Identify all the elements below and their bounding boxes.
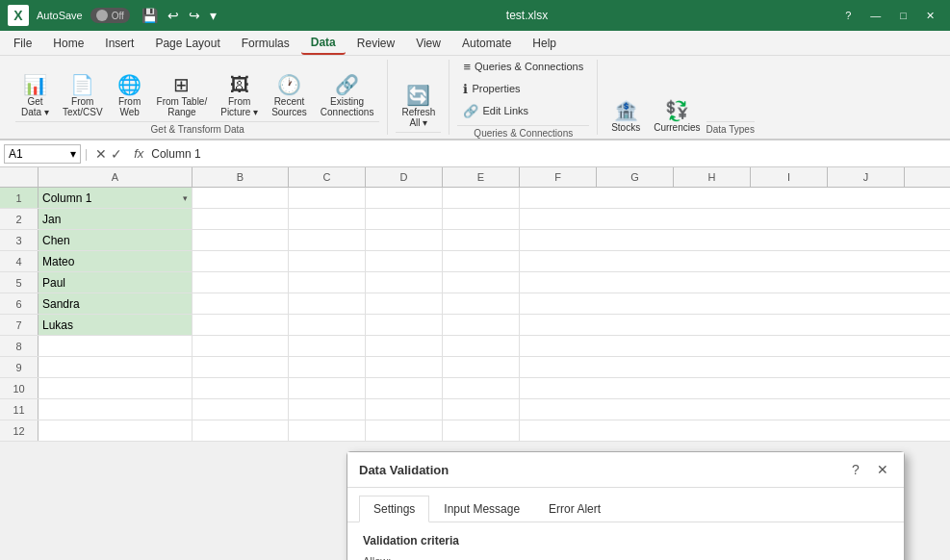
cell-b4[interactable] bbox=[193, 251, 289, 271]
table-row: 7 Lukas bbox=[0, 315, 950, 336]
cell-c3[interactable] bbox=[289, 230, 366, 250]
tab-settings[interactable]: Settings bbox=[359, 496, 429, 522]
menu-item-formulas[interactable]: Formulas bbox=[232, 33, 299, 54]
close-icon[interactable]: ✕ bbox=[918, 6, 942, 26]
table-row: 9 bbox=[0, 357, 950, 378]
cell-a2[interactable]: Jan bbox=[39, 209, 193, 229]
existing-connections-button[interactable]: 🔗 ExistingConnections bbox=[315, 73, 380, 119]
cell-e1[interactable] bbox=[443, 188, 520, 208]
row-number-5: 5 bbox=[0, 272, 39, 293]
cell-d2[interactable] bbox=[366, 209, 443, 229]
get-data-label: GetData ▾ bbox=[21, 96, 49, 117]
allow-label: Allow: bbox=[363, 555, 888, 560]
cell-c7[interactable] bbox=[289, 315, 366, 335]
fx-icon[interactable]: fx bbox=[130, 146, 147, 161]
cancel-formula-icon[interactable]: ✕ bbox=[95, 146, 107, 162]
queries-connections-button[interactable]: ≡ Queries & Connections bbox=[457, 57, 589, 77]
properties-label: Properties bbox=[472, 83, 520, 94]
redo-icon[interactable]: ↪ bbox=[189, 8, 200, 23]
cell-e2[interactable] bbox=[443, 209, 520, 229]
menu-item-file[interactable]: File bbox=[4, 33, 41, 54]
cell-c5[interactable] bbox=[289, 272, 366, 293]
cell-b7[interactable] bbox=[193, 315, 289, 335]
window-controls: ? — □ ✕ bbox=[837, 6, 942, 26]
stocks-icon: 🏦 bbox=[614, 101, 638, 120]
maximize-icon[interactable]: □ bbox=[892, 6, 914, 26]
minimize-icon[interactable]: — bbox=[862, 6, 888, 26]
menu-item-insert[interactable]: Insert bbox=[95, 33, 143, 54]
cell-a5[interactable]: Paul bbox=[39, 272, 193, 293]
cell-d3[interactable] bbox=[366, 230, 443, 250]
validation-criteria-label: Validation criteria bbox=[363, 534, 888, 547]
cell-reference: A1 bbox=[9, 147, 23, 161]
cell-a9[interactable] bbox=[39, 357, 193, 377]
properties-icon: ℹ bbox=[463, 82, 468, 96]
from-text-csv-label: FromText/CSV bbox=[63, 96, 103, 117]
name-box-dropdown-icon[interactable]: ▾ bbox=[70, 147, 76, 161]
cell-c4[interactable] bbox=[289, 251, 366, 271]
cell-a3[interactable]: Chen bbox=[39, 230, 193, 250]
cell-c6[interactable] bbox=[289, 293, 366, 314]
cell-b6[interactable] bbox=[193, 293, 289, 314]
cell-d6[interactable] bbox=[366, 293, 443, 314]
customize-icon[interactable]: ▾ bbox=[210, 8, 217, 23]
cell-e5[interactable] bbox=[443, 272, 520, 293]
formula-input[interactable]: Column 1 bbox=[151, 147, 946, 161]
cell-a8[interactable] bbox=[39, 336, 193, 356]
menu-item-automate[interactable]: Automate bbox=[452, 33, 521, 54]
name-box[interactable]: A1 ▾ bbox=[4, 144, 81, 164]
cell-d1[interactable] bbox=[366, 188, 443, 208]
cell-e4[interactable] bbox=[443, 251, 520, 271]
dialog-help-button[interactable]: ? bbox=[846, 460, 865, 479]
table-row: 3 Chen bbox=[0, 230, 950, 251]
cell-e7[interactable] bbox=[443, 315, 520, 335]
recent-sources-button[interactable]: 🕐 RecentSources bbox=[266, 73, 313, 119]
cell-b2[interactable] bbox=[193, 209, 289, 229]
menu-item-home[interactable]: Home bbox=[43, 33, 93, 54]
menu-item-view[interactable]: View bbox=[406, 33, 450, 54]
cell-c1[interactable] bbox=[289, 188, 366, 208]
cell-a6[interactable]: Sandra bbox=[39, 293, 193, 314]
cell-a1[interactable]: Column 1 ▾ bbox=[39, 188, 193, 208]
cell-d7[interactable] bbox=[366, 315, 443, 335]
cell-a10[interactable] bbox=[39, 378, 193, 398]
save-icon[interactable]: 💾 bbox=[141, 8, 158, 23]
menu-item-data[interactable]: Data bbox=[301, 32, 346, 55]
cell-a12[interactable] bbox=[39, 420, 193, 441]
help-icon[interactable]: ? bbox=[837, 6, 859, 26]
stocks-button[interactable]: 🏦 Stocks bbox=[605, 99, 646, 135]
properties-button[interactable]: ℹ Properties bbox=[457, 79, 526, 99]
cell-b5[interactable] bbox=[193, 272, 289, 293]
cell-a11[interactable] bbox=[39, 399, 193, 420]
get-data-button[interactable]: 📊 GetData ▾ bbox=[15, 73, 55, 119]
cell-e6[interactable] bbox=[443, 293, 520, 314]
autosave-toggle[interactable]: Off bbox=[90, 8, 130, 23]
from-web-button[interactable]: 🌐 FromWeb bbox=[111, 73, 149, 119]
menu-item-review[interactable]: Review bbox=[347, 33, 404, 54]
cell-dropdown-icon[interactable]: ▾ bbox=[183, 193, 188, 203]
from-text-csv-button[interactable]: 📄 FromText/CSV bbox=[57, 73, 109, 119]
tab-input-message[interactable]: Input Message bbox=[429, 496, 534, 522]
cell-b3[interactable] bbox=[193, 230, 289, 250]
cell-d4[interactable] bbox=[366, 251, 443, 271]
cell-d5[interactable] bbox=[366, 272, 443, 293]
refresh-all-button[interactable]: 🔄 RefreshAll ▾ bbox=[396, 84, 441, 130]
dialog-close-button[interactable]: ✕ bbox=[873, 460, 892, 479]
undo-icon[interactable]: ↩ bbox=[167, 8, 179, 23]
cell-c2[interactable] bbox=[289, 209, 366, 229]
get-transform-buttons: 📊 GetData ▾ 📄 FromText/CSV 🌐 FromWeb ⊞ F… bbox=[15, 60, 379, 119]
from-picture-button[interactable]: 🖼 FromPicture ▾ bbox=[215, 73, 264, 119]
queries-connections-label: Queries & Connections bbox=[475, 61, 583, 72]
tab-error-alert[interactable]: Error Alert bbox=[534, 496, 615, 522]
cell-b1[interactable] bbox=[193, 188, 289, 208]
col-header-b: B bbox=[193, 167, 289, 187]
confirm-formula-icon[interactable]: ✓ bbox=[111, 146, 122, 162]
cell-a4[interactable]: Mateo bbox=[39, 251, 193, 271]
cell-a7[interactable]: Lukas bbox=[39, 315, 193, 335]
currencies-button[interactable]: 💱 Currencies bbox=[648, 99, 706, 135]
menu-item-help[interactable]: Help bbox=[523, 33, 566, 54]
menu-item-page-layout[interactable]: Page Layout bbox=[145, 33, 229, 54]
from-table-range-button[interactable]: ⊞ From Table/Range bbox=[151, 73, 214, 119]
cell-e3[interactable] bbox=[443, 230, 520, 250]
edit-links-button[interactable]: 🔗 Edit Links bbox=[457, 101, 534, 121]
